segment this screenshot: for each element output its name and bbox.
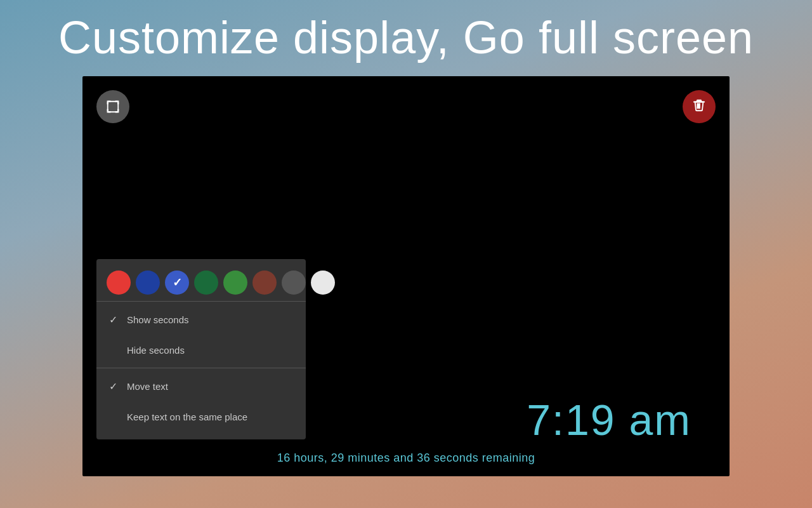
color-red[interactable] bbox=[107, 271, 131, 295]
color-gray[interactable] bbox=[282, 271, 306, 295]
show-seconds-label: Show seconds bbox=[127, 314, 296, 325]
move-text-label: Move text bbox=[127, 381, 296, 392]
move-text-item[interactable]: ✓ Move text bbox=[96, 371, 306, 401]
svg-rect-0 bbox=[108, 102, 119, 112]
show-seconds-item[interactable]: ✓ Show seconds bbox=[96, 304, 306, 335]
fullscreen-icon bbox=[106, 100, 120, 114]
color-white[interactable] bbox=[311, 271, 335, 295]
seconds-section: ✓ Show seconds Hide seconds bbox=[96, 301, 306, 368]
color-dark-green[interactable] bbox=[194, 271, 218, 295]
page-title: Customize display, Go full screen bbox=[0, 0, 812, 76]
clock-display: 7:19 am bbox=[527, 395, 691, 444]
remaining-time: 16 hours, 29 minutes and 36 seconds rema… bbox=[277, 451, 535, 465]
hide-seconds-item[interactable]: Hide seconds bbox=[96, 335, 306, 365]
display-container: ✓ Show seconds Hide seconds ✓ Move text … bbox=[82, 76, 730, 476]
color-blue[interactable] bbox=[136, 271, 160, 295]
move-text-check: ✓ bbox=[107, 380, 119, 392]
color-row bbox=[96, 264, 306, 301]
color-brown[interactable] bbox=[252, 271, 277, 295]
dropdown-menu: ✓ Show seconds Hide seconds ✓ Move text … bbox=[96, 259, 306, 439]
color-blue-selected[interactable] bbox=[165, 271, 189, 295]
show-seconds-check: ✓ bbox=[107, 314, 119, 326]
text-position-section: ✓ Move text Keep text on the same place bbox=[96, 368, 306, 434]
trash-icon bbox=[692, 98, 706, 116]
keep-text-label: Keep text on the same place bbox=[127, 411, 296, 422]
fullscreen-button[interactable] bbox=[96, 90, 129, 123]
hide-seconds-label: Hide seconds bbox=[127, 345, 296, 356]
delete-button[interactable] bbox=[683, 90, 716, 123]
color-green[interactable] bbox=[223, 271, 247, 295]
keep-text-item[interactable]: Keep text on the same place bbox=[96, 401, 306, 432]
